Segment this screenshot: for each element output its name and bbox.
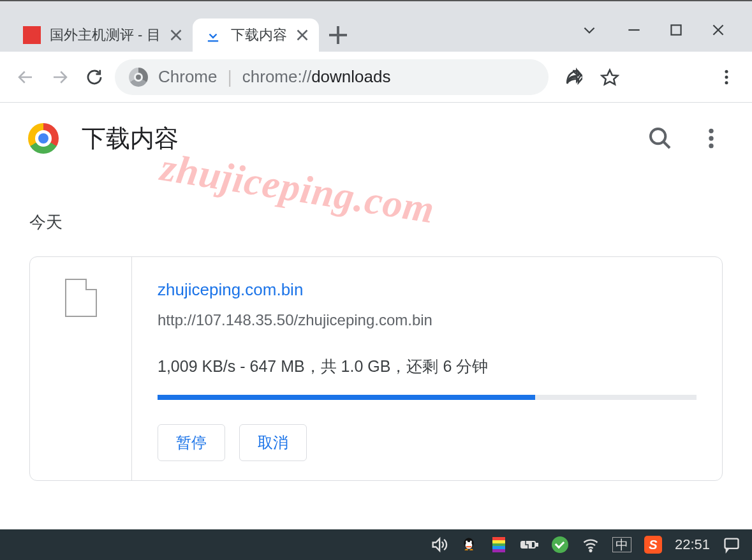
download-actions: 暂停 取消 xyxy=(158,424,697,461)
taskbar-clock[interactable]: 22:51 xyxy=(675,536,710,553)
nav-reload-button[interactable] xyxy=(80,63,108,91)
svg-line-18 xyxy=(663,142,670,148)
favicon-icon xyxy=(23,26,41,44)
volume-icon[interactable] xyxy=(430,536,448,554)
omnibox-host: Chrome xyxy=(158,67,217,87)
omnibox-path: chrome://downloads xyxy=(242,67,391,87)
svg-rect-6 xyxy=(207,40,217,41)
sogou-ime-icon[interactable]: S xyxy=(644,536,662,554)
downloads-content: 今天 zhujiceping.com.bin http://107.148.35… xyxy=(0,174,752,487)
omnibox[interactable]: Chrome | chrome://downloads xyxy=(115,59,549,95)
window-dropdown-button[interactable] xyxy=(581,22,598,41)
svg-point-25 xyxy=(466,541,468,543)
tab-close-button[interactable] xyxy=(296,29,309,41)
download-progress-fill xyxy=(158,395,535,400)
search-downloads-button[interactable] xyxy=(647,126,673,151)
download-progress-bar xyxy=(158,395,697,400)
notifications-icon[interactable] xyxy=(723,536,741,554)
svg-point-31 xyxy=(590,550,592,552)
svg-rect-1 xyxy=(671,25,681,34)
new-tab-button[interactable] xyxy=(323,20,353,50)
svg-marker-22 xyxy=(433,539,440,551)
window-controls xyxy=(581,9,752,50)
downloads-header: 下载内容 xyxy=(0,103,752,174)
bookmark-star-button[interactable] xyxy=(596,63,624,91)
nav-forward-button[interactable] xyxy=(46,63,74,91)
section-today-label: 今天 xyxy=(29,211,723,233)
cancel-button[interactable]: 取消 xyxy=(239,424,307,461)
svg-point-19 xyxy=(709,129,713,133)
download-url: http://107.148.35.50/zhujiceping.com.bin xyxy=(158,311,697,329)
svg-marker-13 xyxy=(602,70,618,84)
window-titlebar xyxy=(0,0,752,9)
svg-point-14 xyxy=(725,70,728,73)
pause-button[interactable]: 暂停 xyxy=(158,424,225,461)
svg-point-16 xyxy=(725,81,728,84)
browser-toolbar: Chrome | chrome://downloads xyxy=(0,52,752,103)
download-card-body: zhujiceping.com.bin http://107.148.35.50… xyxy=(132,257,722,480)
chrome-menu-button[interactable] xyxy=(712,63,741,91)
system-taskbar: 中 S 22:51 xyxy=(0,529,752,560)
tab-inactive-0[interactable]: 国外主机测评 - 目 xyxy=(11,18,193,52)
tab-title: 下载内容 xyxy=(231,26,287,45)
window-minimize-button[interactable] xyxy=(626,22,642,41)
rainbow-icon[interactable] xyxy=(490,536,508,554)
page-title: 下载内容 xyxy=(82,122,622,155)
check-icon[interactable] xyxy=(551,536,569,554)
chrome-gray-icon xyxy=(129,68,148,87)
battery-icon[interactable] xyxy=(520,536,538,554)
download-arrow-icon xyxy=(204,26,222,44)
chrome-logo-icon xyxy=(28,123,59,154)
tab-title: 国外主机测评 - 目 xyxy=(50,26,161,45)
wifi-icon[interactable] xyxy=(582,536,600,554)
download-filename[interactable]: zhujiceping.com.bin xyxy=(158,280,697,300)
nav-back-button[interactable] xyxy=(11,63,40,91)
tab-active-downloads[interactable]: 下载内容 xyxy=(193,18,319,52)
svg-rect-32 xyxy=(725,539,739,549)
file-icon xyxy=(65,279,97,317)
download-card: zhujiceping.com.bin http://107.148.35.50… xyxy=(29,256,723,481)
ime-indicator[interactable]: 中 xyxy=(612,537,631,552)
qq-icon[interactable] xyxy=(461,536,477,553)
downloads-menu-button[interactable] xyxy=(698,126,724,151)
svg-point-26 xyxy=(470,541,472,543)
tab-close-button[interactable] xyxy=(170,29,182,41)
window-maximize-button[interactable] xyxy=(668,22,684,41)
svg-point-20 xyxy=(709,136,713,140)
share-button[interactable] xyxy=(559,63,587,91)
download-card-left xyxy=(30,257,132,480)
svg-point-15 xyxy=(725,75,728,78)
download-status: 1,009 KB/s - 647 MB，共 1.0 GB，还剩 6 分钟 xyxy=(158,356,697,377)
svg-point-17 xyxy=(651,129,665,144)
svg-rect-27 xyxy=(466,546,472,547)
svg-rect-29 xyxy=(536,543,538,546)
window-close-button[interactable] xyxy=(710,22,726,41)
svg-point-21 xyxy=(709,144,713,148)
